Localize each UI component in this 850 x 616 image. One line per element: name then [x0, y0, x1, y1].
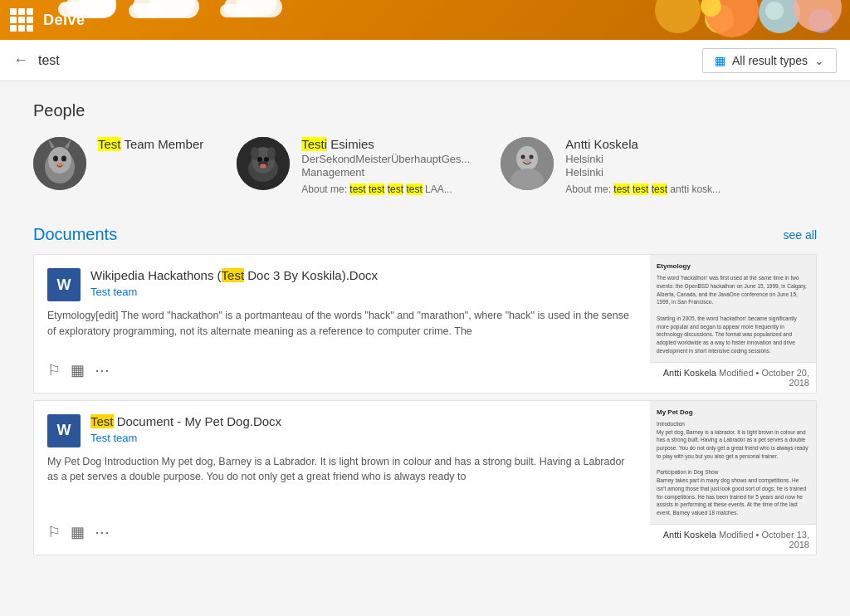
doc-excerpt: Etymology[edit] The word "hackathon" is … [47, 308, 637, 353]
person-card[interactable]: Testi Esimies DerSekondMeisterÜberhauptG… [237, 137, 467, 195]
svg-point-16 [260, 164, 266, 169]
person-card[interactable]: Antti Koskela Helsinki Helsinki About me… [501, 137, 721, 195]
person-info: Test Team Member [98, 137, 203, 153]
doc-preview-title: Etymology [657, 262, 809, 271]
documents-section: Documents see all W Wikipedia Hackathons… [33, 225, 817, 555]
person-detail-city2: Helsinki [565, 166, 721, 178]
doc-preview-title: My Pet Dog [657, 408, 809, 417]
modified-date: Modified • October 13, 2018 [719, 530, 809, 550]
svg-point-2 [48, 147, 71, 174]
top-bar: Delve [0, 0, 850, 40]
person-card[interactable]: Test Team Member [33, 137, 203, 195]
chevron-down-icon: ⌄ [814, 54, 824, 67]
person-about: About me: test test test antti kosk... [565, 183, 721, 195]
app-title: Delve [43, 12, 85, 29]
avatar [501, 137, 554, 190]
search-query-text: test [38, 53, 692, 68]
filter-label: All result types [732, 54, 808, 67]
person-info: Antti Koskela Helsinki Helsinki About me… [565, 137, 721, 195]
person-name: Antti Koskela [565, 137, 721, 151]
person-about: About me: test test test test LAA... [301, 183, 467, 195]
doc-actions: ⚐ ▦ ⋯ [47, 361, 637, 379]
more-icon[interactable]: ⋯ [95, 361, 110, 379]
svg-point-22 [524, 159, 530, 162]
copy-icon[interactable]: ▦ [71, 523, 85, 541]
filter-icon: ▦ [715, 54, 725, 67]
doc-main: W Wikipedia Hackathons (Test Doc 3 By Ko… [34, 255, 650, 393]
more-icon[interactable]: ⋯ [95, 523, 110, 541]
svg-point-6 [61, 156, 66, 162]
doc-preview-text: Introduction My pet dog, Barney is a lab… [657, 420, 809, 517]
back-button[interactable]: ← [13, 51, 28, 69]
documents-header: Documents see all [33, 225, 817, 244]
person-detail-dept: Management [301, 166, 467, 178]
svg-point-14 [264, 157, 269, 162]
svg-point-13 [257, 157, 262, 162]
people-section: People [33, 101, 817, 195]
doc-preview: Etymology The word 'hackathon' was first… [650, 255, 816, 393]
doc-team[interactable]: Test team [90, 286, 378, 298]
person-name: Testi Esimies [301, 137, 467, 151]
word-icon: W [47, 414, 81, 447]
doc-footer: Antti Koskela Modified • October 13, 201… [650, 524, 816, 555]
word-icon: W [47, 268, 81, 301]
see-all-link[interactable]: see all [784, 228, 817, 242]
svg-point-21 [530, 155, 534, 159]
modified-by: Antti Koskela [663, 368, 716, 378]
doc-title: Wikipedia Hackathons (Test Doc 3 By Kosk… [90, 268, 378, 282]
people-section-title: People [33, 101, 817, 120]
documents-section-title[interactable]: Documents [33, 225, 117, 244]
document-card[interactable]: W Test Document - My Pet Dog.Docx Test t… [33, 400, 817, 555]
doc-preview: My Pet Dog Introduction My pet dog, Barn… [650, 401, 816, 555]
name-suffix: Team Member [121, 137, 204, 151]
doc-preview-content: Etymology The word 'hackathon' was first… [650, 255, 816, 362]
filter-button[interactable]: ▦ All result types ⌄ [702, 48, 837, 73]
svg-point-20 [521, 155, 525, 159]
main-content: People [0, 81, 850, 616]
avatar [237, 137, 290, 190]
modified-by: Antti Koskela [663, 530, 716, 540]
name-highlight: Testi [301, 137, 327, 151]
people-list: Test Team Member [33, 137, 817, 195]
clouds-decoration [0, 0, 850, 40]
doc-actions: ⚐ ▦ ⋯ [47, 523, 637, 541]
copy-icon[interactable]: ▦ [71, 361, 85, 379]
doc-main: W Test Document - My Pet Dog.Docx Test t… [34, 401, 650, 555]
doc-excerpt: My Pet Dog Introduction My pet dog, Barn… [47, 454, 637, 515]
bookmark-icon[interactable]: ⚐ [47, 523, 61, 541]
document-card[interactable]: W Wikipedia Hackathons (Test Doc 3 By Ko… [33, 254, 817, 394]
doc-title-area: Test Document - My Pet Dog.Docx Test tea… [90, 414, 281, 444]
doc-header: W Test Document - My Pet Dog.Docx Test t… [47, 414, 637, 447]
person-name: Test Team Member [98, 137, 203, 151]
doc-team[interactable]: Test team [90, 432, 281, 444]
waffle-icon[interactable] [10, 8, 33, 32]
doc-preview-text: The word 'hackathon' was first used at t… [657, 274, 809, 355]
doc-footer: Antti Koskela Modified • October 20, 201… [650, 362, 816, 393]
doc-preview-content: My Pet Dog Introduction My pet dog, Barn… [650, 401, 816, 524]
modified-date: Modified • October 20, 2018 [719, 368, 809, 388]
svg-point-5 [53, 156, 58, 162]
person-detail-org: DerSekondMeisterÜberhauptGes... [301, 153, 467, 165]
person-detail-city1: Helsinki [565, 153, 721, 165]
search-bar: ← test ▦ All result types ⌄ [0, 40, 850, 81]
person-info: Testi Esimies DerSekondMeisterÜberhauptG… [301, 137, 467, 195]
doc-header: W Wikipedia Hackathons (Test Doc 3 By Ko… [47, 268, 637, 301]
bookmark-icon[interactable]: ⚐ [47, 361, 61, 379]
avatar [33, 137, 86, 190]
doc-title: Test Document - My Pet Dog.Docx [90, 414, 281, 428]
doc-title-area: Wikipedia Hackathons (Test Doc 3 By Kosk… [90, 268, 378, 298]
name-suffix: Esimies [327, 137, 374, 151]
name-highlight: Test [98, 137, 121, 151]
